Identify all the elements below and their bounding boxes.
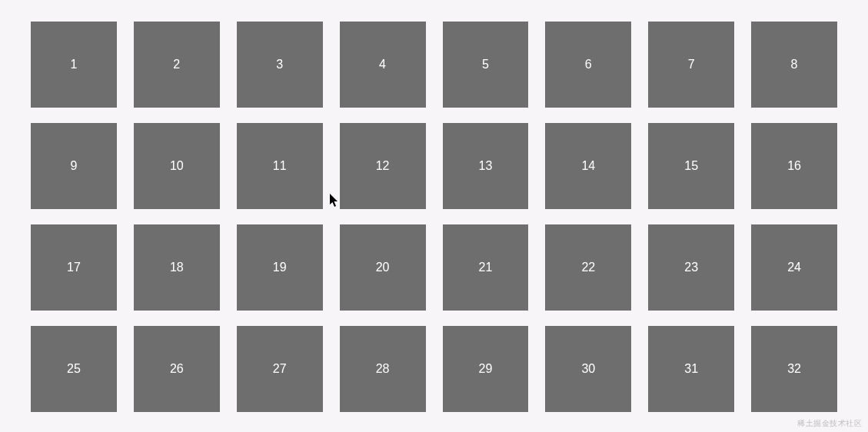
grid-item[interactable]: 15 [648, 123, 734, 209]
grid-item[interactable]: 13 [443, 123, 529, 209]
grid-item-label: 9 [70, 159, 77, 173]
grid-item[interactable]: 4 [340, 22, 426, 108]
grid-item-label: 2 [173, 58, 180, 71]
grid-item-label: 8 [791, 58, 798, 71]
grid-item-label: 28 [376, 362, 390, 376]
grid-item-label: 17 [67, 261, 81, 274]
grid-item-label: 3 [276, 58, 283, 71]
grid-item[interactable]: 1 [31, 22, 117, 108]
grid-item-label: 20 [376, 261, 390, 274]
grid-item-label: 4 [379, 58, 386, 71]
grid-item-label: 12 [376, 159, 390, 173]
grid-item[interactable]: 23 [648, 224, 734, 311]
grid-item[interactable]: 8 [751, 22, 837, 108]
grid-item-label: 29 [479, 362, 493, 376]
grid-item[interactable]: 12 [340, 123, 426, 209]
grid-item-label: 24 [787, 261, 801, 274]
grid-item[interactable]: 21 [443, 224, 529, 311]
grid-item[interactable]: 19 [237, 224, 323, 311]
grid-item-label: 16 [787, 159, 801, 173]
grid-item-label: 5 [482, 58, 489, 71]
watermark: 稀土掘金技术社区 [797, 418, 862, 429]
grid-item[interactable]: 10 [134, 123, 220, 209]
grid-item[interactable]: 28 [340, 326, 426, 412]
grid-item[interactable]: 25 [31, 326, 117, 412]
grid-item[interactable]: 30 [545, 326, 631, 412]
grid-item[interactable]: 20 [340, 224, 426, 311]
grid-item-label: 27 [273, 362, 287, 376]
grid-item-label: 15 [684, 159, 698, 173]
grid-item[interactable]: 27 [237, 326, 323, 412]
grid-item[interactable]: 6 [545, 22, 631, 108]
grid-item[interactable]: 32 [751, 326, 837, 412]
grid-item-label: 14 [581, 159, 595, 173]
grid-item-label: 18 [170, 261, 184, 274]
grid-item-label: 21 [479, 261, 493, 274]
grid-item-label: 7 [688, 58, 695, 71]
grid-item[interactable]: 29 [443, 326, 529, 412]
grid-item-label: 11 [273, 159, 287, 173]
grid-item[interactable]: 7 [648, 22, 734, 108]
grid-item[interactable]: 9 [31, 123, 117, 209]
grid-item[interactable]: 31 [648, 326, 734, 412]
grid-item[interactable]: 22 [545, 224, 631, 311]
grid-item[interactable]: 3 [237, 22, 323, 108]
grid-item[interactable]: 2 [134, 22, 220, 108]
grid-item-label: 31 [684, 362, 698, 376]
grid-item[interactable]: 16 [751, 123, 837, 209]
grid-item[interactable]: 18 [134, 224, 220, 311]
grid-item[interactable]: 14 [545, 123, 631, 209]
grid-item-label: 30 [581, 362, 595, 376]
grid-item[interactable]: 24 [751, 224, 837, 311]
grid-item[interactable]: 11 [237, 123, 323, 209]
grid-item-label: 10 [170, 159, 184, 173]
grid-item-label: 26 [170, 362, 184, 376]
grid-item-label: 1 [70, 58, 77, 71]
grid-item-label: 19 [273, 261, 287, 274]
grid-item-label: 25 [67, 362, 81, 376]
grid-item[interactable]: 17 [31, 224, 117, 311]
grid-item-label: 22 [581, 261, 595, 274]
grid-item[interactable]: 5 [443, 22, 529, 108]
grid-container: 1 2 3 4 5 6 7 8 9 10 11 12 13 14 15 16 1… [0, 0, 868, 412]
grid-item-label: 32 [787, 362, 801, 376]
grid-item-label: 6 [585, 58, 592, 71]
grid-item-label: 13 [479, 159, 493, 173]
grid-item-label: 23 [684, 261, 698, 274]
grid-item[interactable]: 26 [134, 326, 220, 412]
